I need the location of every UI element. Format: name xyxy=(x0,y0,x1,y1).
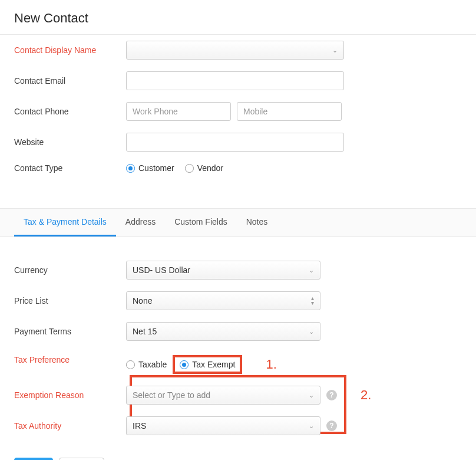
radio-checked-icon xyxy=(126,164,135,173)
tab-notes[interactable]: Notes xyxy=(237,209,277,236)
price-list-label: Price List xyxy=(14,296,126,305)
tax-pref-taxable-radio[interactable]: Taxable xyxy=(126,360,167,369)
website-label: Website xyxy=(14,137,126,147)
tab-address[interactable]: Address xyxy=(116,209,165,236)
annotation-marker-1: 1. xyxy=(266,357,276,372)
currency-label: Currency xyxy=(14,265,126,275)
contact-display-name-label: Contact Display Name xyxy=(14,45,126,55)
tab-tax-payment[interactable]: Tax & Payment Details xyxy=(14,209,116,236)
cancel-button[interactable]: Cancel xyxy=(59,458,105,460)
contact-type-customer-radio[interactable]: Customer xyxy=(126,163,174,173)
work-phone-input[interactable] xyxy=(126,102,231,121)
payment-terms-select[interactable]: Net 15 ⌄ xyxy=(126,322,320,341)
contact-display-name-select[interactable]: ⌄ xyxy=(126,41,344,60)
annotation-highlight-1: Tax Exempt xyxy=(173,355,242,374)
contact-type-label: Contact Type xyxy=(14,163,126,173)
tax-preference-label: Tax Preference xyxy=(14,355,126,364)
payment-terms-label: Payment Terms xyxy=(14,327,126,336)
radio-unchecked-icon xyxy=(185,164,194,173)
tax-authority-select[interactable]: IRS ⌄ xyxy=(126,416,320,435)
mobile-phone-input[interactable] xyxy=(237,102,342,121)
save-button[interactable]: Save xyxy=(14,458,53,460)
contact-email-input[interactable] xyxy=(126,71,344,90)
chevron-down-icon: ⌄ xyxy=(309,267,314,274)
payment-terms-value: Net 15 xyxy=(133,327,157,336)
tax-authority-value: IRS xyxy=(133,421,146,431)
exemption-reason-select[interactable]: Select or Type to add ⌄ xyxy=(126,386,320,405)
chevron-down-icon: ⌄ xyxy=(309,422,314,430)
taxable-label: Taxable xyxy=(138,360,167,369)
radio-checked-icon xyxy=(180,360,189,369)
exemption-placeholder: Select or Type to add xyxy=(133,390,210,400)
page-title: New Contact xyxy=(14,11,462,26)
tax-authority-label: Tax Authority xyxy=(14,421,126,431)
tax-pref-exempt-radio[interactable]: Tax Exempt xyxy=(180,360,235,369)
vendor-label: Vendor xyxy=(197,163,223,173)
contact-email-label: Contact Email xyxy=(14,76,126,86)
currency-select[interactable]: USD- US Dollar ⌄ xyxy=(126,261,320,280)
chevron-down-icon: ⌄ xyxy=(309,392,314,399)
updown-icon: ▴▾ xyxy=(311,296,314,305)
price-list-select[interactable]: None ▴▾ xyxy=(126,291,320,310)
tax-exempt-label: Tax Exempt xyxy=(192,360,235,369)
chevron-down-icon: ⌄ xyxy=(309,328,314,336)
customer-label: Customer xyxy=(138,163,174,173)
tab-custom-fields[interactable]: Custom Fields xyxy=(165,209,236,236)
annotation-marker-2: 2. xyxy=(361,387,371,403)
currency-value: USD- US Dollar xyxy=(133,265,190,275)
contact-phone-label: Contact Phone xyxy=(14,107,126,116)
exemption-reason-label: Exemption Reason xyxy=(14,390,126,400)
website-input[interactable] xyxy=(126,133,344,152)
tabs-bar: Tax & Payment Details Address Custom Fie… xyxy=(0,208,476,237)
price-list-value: None xyxy=(133,296,152,305)
radio-unchecked-icon xyxy=(126,360,135,369)
contact-type-vendor-radio[interactable]: Vendor xyxy=(185,163,223,173)
chevron-down-icon: ⌄ xyxy=(332,47,338,54)
